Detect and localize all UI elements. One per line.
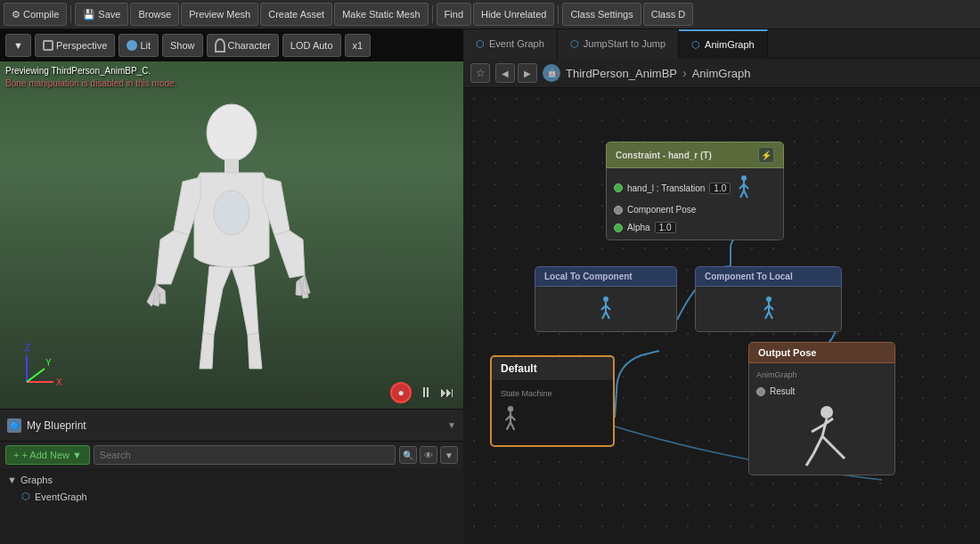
filter-options-button[interactable]: 👁 <box>420 446 437 464</box>
record-button[interactable]: ● <box>390 382 412 403</box>
constraint-header: Constraint - hand_r (T) ⚡ <box>606 142 784 168</box>
svg-line-39 <box>836 450 845 459</box>
make-static-mesh-button[interactable]: Make Static Mesh <box>334 3 428 26</box>
record-controls: ● ⏸ ⏭ <box>390 382 454 403</box>
perspective-button[interactable]: Perspective <box>35 34 115 57</box>
local-to-component-node[interactable]: Local To Component <box>535 266 677 332</box>
anim-graph-panel[interactable]: Constraint - hand_r (T) ⚡ hand_l : Trans… <box>463 88 980 544</box>
svg-line-31 <box>507 422 510 430</box>
skip-button[interactable]: ⏭ <box>440 385 454 401</box>
more-options-button[interactable]: ▼ <box>440 446 458 464</box>
star-button[interactable]: ☆ <box>470 63 490 83</box>
default-state-node[interactable]: Default State Machine <box>490 355 615 447</box>
tab-anim-graph[interactable]: ⬡ AnimGraph <box>679 29 768 59</box>
lit-icon <box>127 40 137 51</box>
output-header: Output Pose <box>748 342 895 363</box>
component-to-local-node[interactable]: Component To Local <box>695 266 842 332</box>
blueprint-panel-icon: 🔷 <box>7 418 21 433</box>
viewport[interactable]: Previewing ThirdPerson_AnimBP_C. Bone ma… <box>0 61 463 409</box>
svg-point-27 <box>508 406 513 411</box>
multiplier-button[interactable]: x1 <box>345 34 372 57</box>
plus-icon: + <box>13 450 19 460</box>
ctolocal-body <box>695 287 842 332</box>
character-preview <box>71 79 392 391</box>
constraint-node[interactable]: Constraint - hand_r (T) ⚡ hand_l : Trans… <box>606 142 784 240</box>
output-pose-node[interactable]: Output Pose AnimGraph Result <box>748 342 895 475</box>
pause-button[interactable]: ⏸ <box>419 385 433 401</box>
viewport-info-line1: Previewing ThirdPerson_AnimBP_C. <box>5 65 176 77</box>
default-body: State Machine <box>490 380 615 447</box>
figure-icon-2 <box>597 296 615 322</box>
svg-point-15 <box>603 296 608 302</box>
anim-graph-icon: ⬡ <box>691 39 700 51</box>
output-body: AnimGraph Result <box>748 363 895 475</box>
save-button[interactable]: 💾 Save <box>75 3 128 26</box>
collapse-button[interactable]: ▼ <box>447 420 456 430</box>
svg-line-19 <box>602 312 606 319</box>
animgraph-label: AnimGraph <box>756 370 887 379</box>
axes-indicator: Z X Y <box>18 337 71 391</box>
compile-icon: ⚙ <box>12 9 20 20</box>
svg-line-36 <box>813 436 822 454</box>
separator <box>70 5 71 23</box>
local-header: Local To Component <box>535 266 677 287</box>
result-pin <box>756 387 765 396</box>
event-graph-icon: ⬡ <box>476 38 485 50</box>
svg-line-20 <box>606 312 609 319</box>
flash-button[interactable]: ⚡ <box>758 147 774 163</box>
dropdown-arrow-icon: ▼ <box>72 450 82 460</box>
search-input[interactable] <box>100 450 389 460</box>
perspective-icon <box>43 40 53 51</box>
browse-button[interactable]: Browse <box>130 3 179 26</box>
separator2 <box>432 5 433 23</box>
result-row: Result <box>756 385 887 398</box>
breadcrumb-page: AnimGraph <box>692 67 751 80</box>
ctolocal-header: Component To Local <box>695 266 842 287</box>
add-new-button[interactable]: + + Add New ▼ <box>5 445 90 465</box>
default-header: Default <box>490 355 615 380</box>
search-magnify-button[interactable]: 🔍 <box>399 446 417 464</box>
lit-button[interactable]: Lit <box>118 34 159 57</box>
hand-l-pin <box>614 183 623 192</box>
tab-jumpstart[interactable]: ⬡ JumpStart to Jump <box>558 29 679 59</box>
forward-button[interactable]: ▶ <box>518 63 537 83</box>
create-asset-button[interactable]: Create Asset <box>260 3 332 26</box>
hide-unrelated-button[interactable]: Hide Unrelated <box>473 3 554 26</box>
constraint-body: hand_l : Translation 1.0 Component Pose … <box>606 168 784 240</box>
character-button[interactable]: Character <box>207 34 279 57</box>
class-settings-button[interactable]: Class Settings <box>562 3 641 26</box>
svg-line-25 <box>765 312 769 319</box>
figure-icon-1 <box>735 175 753 201</box>
show-button[interactable]: Show <box>162 34 203 57</box>
svg-point-2 <box>214 191 249 235</box>
blueprint-sections: ▼ Graphs ⬡ EventGraph <box>0 468 463 508</box>
blueprint-toolbar: + + Add New ▼ 🔍 👁 ▼ <box>0 442 463 468</box>
tab-event-graph[interactable]: ⬡ Event Graph <box>463 29 558 59</box>
svg-text:Z: Z <box>25 343 30 353</box>
event-graph-item[interactable]: ⬡ EventGraph <box>7 488 456 505</box>
svg-rect-1 <box>225 158 239 175</box>
svg-point-21 <box>766 296 772 302</box>
compile-button[interactable]: ⚙ Compile <box>4 3 67 26</box>
character-icon <box>215 38 225 53</box>
jumpstart-icon: ⬡ <box>570 38 579 50</box>
search-icons: 🔍 👁 ▼ <box>399 446 458 464</box>
preview-mesh-button[interactable]: Preview Mesh <box>181 3 258 26</box>
svg-line-35 <box>812 425 824 432</box>
svg-point-9 <box>741 175 747 181</box>
viewport-dropdown-button[interactable]: ▼ <box>5 34 31 57</box>
alpha-row: Alpha 1.0 <box>614 220 776 235</box>
local-body <box>535 287 677 332</box>
find-button[interactable]: Find <box>437 3 471 26</box>
svg-line-32 <box>510 422 514 430</box>
graphs-section-header[interactable]: ▼ Graphs <box>7 472 456 488</box>
component-pose-row: Component Pose <box>614 203 776 216</box>
lod-auto-button[interactable]: LOD Auto <box>282 34 341 57</box>
component-pose-pin <box>614 206 623 215</box>
separator3 <box>558 5 559 23</box>
class-defaults-button[interactable]: Class D <box>643 3 694 26</box>
section-collapse-icon: ▼ <box>7 475 17 485</box>
back-button[interactable]: ◀ <box>495 63 515 83</box>
search-box <box>94 445 396 465</box>
graphs-label: Graphs <box>20 475 53 485</box>
